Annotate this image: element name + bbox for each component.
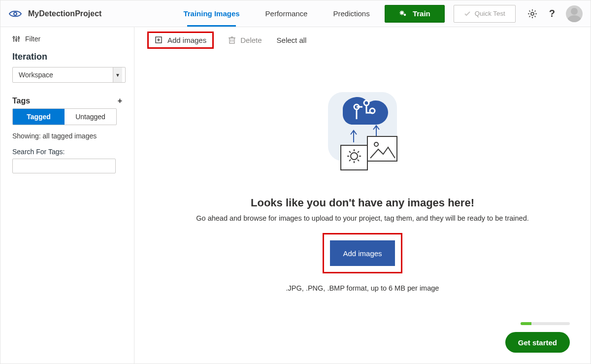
- train-button-label: Train: [413, 9, 430, 18]
- app-header: MyDetectionProject Training Images Perfo…: [0, 0, 591, 27]
- top-nav: Training Images Performance Predictions: [170, 0, 382, 27]
- search-tags-label: Search For Tags:: [12, 148, 122, 156]
- tab-training-images[interactable]: Training Images: [170, 0, 252, 27]
- tag-filter-segment: Tagged Untagged: [12, 108, 117, 125]
- sidebar: Filter Iteration Workspace ▼ Tags + Tagg…: [0, 27, 134, 364]
- brand: MyDetectionProject: [8, 9, 101, 18]
- svg-rect-38: [341, 145, 367, 170]
- svg-point-2: [404, 13, 406, 15]
- chevron-down-icon: ▼: [113, 67, 122, 82]
- tags-title: Tags: [12, 97, 30, 105]
- delete-label: Delete: [240, 36, 262, 44]
- add-images-label: Add images: [167, 36, 206, 44]
- main-content: Add images Delete Select all: [134, 27, 591, 364]
- tagged-toggle[interactable]: Tagged: [13, 109, 65, 125]
- svg-line-15: [529, 16, 530, 17]
- svg-line-12: [529, 10, 530, 11]
- image-toolbar: Add images Delete Select all: [134, 27, 591, 53]
- empty-title: Looks like you don't have any images her…: [251, 197, 474, 209]
- svg-point-21: [18, 37, 19, 38]
- eye-icon: [8, 9, 22, 18]
- avatar[interactable]: [566, 5, 583, 22]
- quick-test-label: Quick Test: [475, 10, 505, 17]
- get-started-button[interactable]: Get started: [505, 332, 570, 353]
- svg-rect-36: [367, 136, 397, 161]
- tab-performance[interactable]: Performance: [253, 0, 321, 27]
- check-icon: [464, 10, 471, 17]
- empty-state: Looks like you don't have any images her…: [134, 53, 591, 364]
- empty-subtitle: Go ahead and browse for images to upload…: [196, 214, 528, 222]
- add-images-center-button[interactable]: Add images: [330, 240, 394, 266]
- iteration-select[interactable]: Workspace ▼: [12, 67, 126, 83]
- tab-predictions[interactable]: Predictions: [320, 0, 382, 27]
- svg-point-19: [13, 36, 14, 38]
- project-title: MyDetectionProject: [28, 9, 101, 18]
- svg-point-0: [14, 12, 17, 15]
- gear-icon[interactable]: [527, 9, 537, 19]
- add-images-button[interactable]: Add images: [155, 36, 206, 44]
- empty-illustration: [313, 87, 412, 186]
- train-button[interactable]: Train: [385, 5, 445, 23]
- svg-point-7: [531, 12, 534, 15]
- svg-line-13: [534, 16, 535, 17]
- iteration-selected-value: Workspace: [19, 71, 53, 79]
- supported-formats: .JPG, .PNG, .BMP format, up to 6 MB per …: [286, 284, 439, 292]
- sliders-icon: [12, 35, 20, 43]
- select-all-label: Select all: [277, 36, 307, 44]
- add-images-center-highlight: Add images: [323, 233, 402, 273]
- showing-text: Showing: all tagged images: [12, 132, 122, 140]
- onboarding-progress: [521, 322, 570, 325]
- svg-rect-25: [230, 38, 234, 43]
- untagged-toggle[interactable]: Untagged: [65, 109, 116, 125]
- trash-icon: [229, 36, 235, 44]
- gears-icon: [399, 9, 408, 18]
- add-tag-button[interactable]: +: [118, 97, 122, 105]
- delete-button[interactable]: Delete: [229, 36, 262, 44]
- add-images-highlight: Add images: [147, 32, 214, 49]
- svg-point-20: [15, 39, 17, 40]
- add-image-icon: [155, 36, 163, 44]
- help-icon[interactable]: ?: [549, 8, 555, 19]
- quick-test-button[interactable]: Quick Test: [454, 5, 516, 23]
- filter-label: Filter: [25, 35, 40, 43]
- search-tags-input[interactable]: [12, 159, 116, 173]
- filter-button[interactable]: Filter: [12, 35, 122, 43]
- iteration-title: Iteration: [12, 52, 122, 62]
- select-all-button[interactable]: Select all: [277, 36, 307, 44]
- svg-line-14: [534, 10, 535, 11]
